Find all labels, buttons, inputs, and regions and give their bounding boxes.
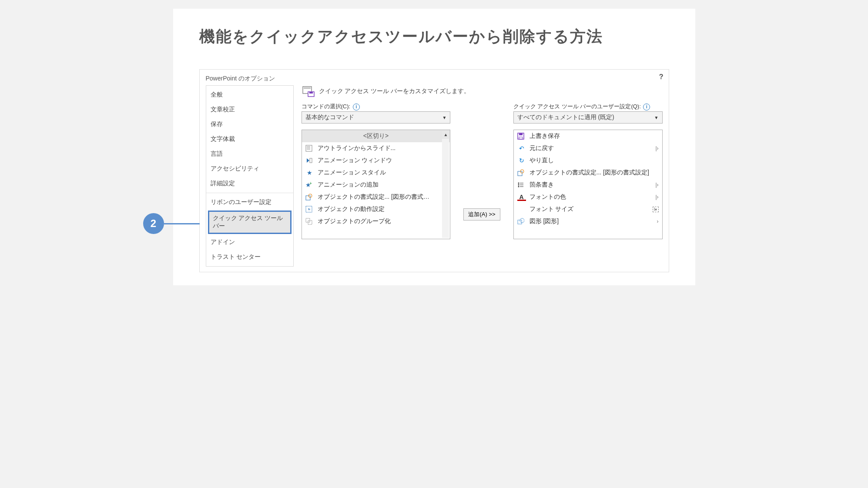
qat-item-save[interactable]: 上書き保存 <box>514 130 662 142</box>
shapes-icon <box>517 218 526 225</box>
sidebar-item-trust-center[interactable]: トラスト センター <box>206 250 293 264</box>
font-color-icon: A <box>517 194 526 201</box>
list-item-format-object[interactable]: オブジェクトの書式設定... [図形の書式… <box>302 191 450 203</box>
redo-icon: ↻ <box>517 157 526 164</box>
list-item-animation-pane[interactable]: アニメーション ウィンドウ <box>302 154 450 167</box>
list-item-label: アニメーションの追加 <box>318 181 442 189</box>
split-indicator-icon: |› <box>655 145 658 151</box>
list-item-label: 上書き保存 <box>530 132 659 140</box>
options-main: クイック アクセス ツール バーをカスタマイズします。 コマンドの選択(C): … <box>302 85 663 239</box>
scroll-up-icon[interactable]: ▲ <box>442 131 449 138</box>
list-item-label: アウトラインからスライド... <box>318 144 447 152</box>
sidebar-item-addins[interactable]: アドイン <box>206 235 293 250</box>
info-icon[interactable]: i <box>353 104 360 110</box>
separator-label: <区切り> <box>305 132 447 140</box>
choose-commands-dropdown[interactable]: 基本的なコマンド ▼ <box>302 111 451 124</box>
svg-rect-3 <box>309 92 313 94</box>
format-icon <box>517 169 526 176</box>
qat-customize-label: クイック アクセス ツール バーをカスタマイズします。 <box>319 87 470 95</box>
combo-indicator-icon: I▾ <box>653 206 659 212</box>
list-item-label: 元に戻す <box>530 144 652 152</box>
sidebar-item-advanced[interactable]: 詳細設定 <box>206 176 293 191</box>
list-item-label: オブジェクトの動作設定 <box>318 205 447 213</box>
sidebar-item-accessibility[interactable]: アクセシビリティ <box>206 161 293 176</box>
list-item-group-objects[interactable]: オブジェクトのグループ化 <box>302 215 450 227</box>
add-button-container: 追加(A) >> <box>463 208 500 221</box>
sidebar-item-general[interactable]: 全般 <box>206 87 293 102</box>
svg-point-25 <box>518 186 519 187</box>
qat-item-bullets[interactable]: 箇条書き |› <box>514 179 662 191</box>
qat-item-format-object[interactable]: オブジェクトの書式設定... [図形の書式設定] <box>514 167 662 179</box>
svg-point-21 <box>518 183 519 184</box>
chevron-down-icon: ▼ <box>442 115 447 120</box>
qat-item-redo[interactable]: ↻ やり直し <box>514 154 662 167</box>
page-title: 機能をクイックアクセスツールバーから削除する方法 <box>199 26 669 47</box>
svg-marker-13 <box>308 208 311 211</box>
qat-column: クイック アクセス ツール バーのユーザー設定(Q): i すべてのドキュメント… <box>513 103 663 239</box>
format-icon <box>305 194 314 201</box>
list-item-label: アニメーション スタイル <box>318 169 442 177</box>
list-item-label: オブジェクトの書式設定... [図形の書式設定] <box>530 169 659 177</box>
sidebar-item-language[interactable]: 言語 <box>206 147 293 161</box>
sidebar-item-ribbon[interactable]: リボンのユーザー設定 <box>206 195 293 210</box>
svg-rect-17 <box>519 133 523 135</box>
qat-item-undo[interactable]: ↶ 元に戻す |› <box>514 142 662 154</box>
sidebar-divider <box>206 193 293 193</box>
star-add-icon: ★+ <box>305 181 314 188</box>
save-icon <box>517 133 526 140</box>
available-commands-list[interactable]: ▲ <区切り> アウトラインからスライド... アニメー <box>302 130 451 239</box>
svg-rect-27 <box>518 220 522 224</box>
scroll-track[interactable] <box>442 139 449 238</box>
choose-commands-label: コマンドの選択(C): i <box>302 103 451 110</box>
svg-point-28 <box>520 218 524 223</box>
customize-qat-label: クイック アクセス ツール バーのユーザー設定(Q): i <box>513 103 663 110</box>
list-item-outline-from-slide[interactable]: アウトラインからスライド... <box>302 142 450 154</box>
list-item-label: フォントの色 <box>530 193 652 201</box>
qat-item-shapes[interactable]: 図形 [図形] › <box>514 215 662 227</box>
add-button[interactable]: 追加(A) >> <box>463 208 500 221</box>
svg-rect-4 <box>306 145 312 151</box>
choose-commands-label-text: コマンドの選択(C): <box>302 103 351 110</box>
list-item-add-animation[interactable]: ★+ アニメーションの追加 › <box>302 179 450 191</box>
qat-item-font-size[interactable]: フォント サイズ I▾ <box>514 203 662 215</box>
svg-marker-8 <box>307 158 309 163</box>
list-item-label: 箇条書き <box>530 181 652 189</box>
callout-number: 2 <box>143 213 164 234</box>
slide: 機能をクイックアクセスツールバーから削除する方法 2 PowerPoint のオ… <box>173 9 695 285</box>
chevron-right-icon: › <box>657 218 659 224</box>
sidebar-item-typography[interactable]: 文字体裁 <box>206 132 293 147</box>
svg-rect-1 <box>304 87 311 89</box>
qat-item-font-color[interactable]: A フォントの色 |› <box>514 191 662 203</box>
options-sidebar: 全般 文章校正 保存 文字体裁 言語 アクセシビリティ 詳細設定 リボンのユーザ… <box>206 85 294 267</box>
help-icon[interactable]: ? <box>659 73 664 81</box>
svg-rect-19 <box>518 171 522 176</box>
dialog-title: PowerPoint のオプション <box>206 75 663 83</box>
current-qat-list[interactable]: 上書き保存 ↶ 元に戻す |› ↻ やり直し <box>513 130 663 239</box>
split-indicator-icon: |› <box>655 194 658 200</box>
undo-icon: ↶ <box>517 145 526 152</box>
list-item-label: 図形 [図形] <box>530 217 654 225</box>
callout-marker: 2 <box>143 213 200 234</box>
callout-line <box>164 223 200 224</box>
list-item-separator[interactable]: <区切り> <box>302 130 450 142</box>
commands-column: コマンドの選択(C): i 基本的なコマンド ▼ ▲ <区切り> <box>302 103 451 239</box>
qat-scope-value: すべてのドキュメントに適用 (既定) <box>517 114 614 121</box>
sidebar-item-proofing[interactable]: 文章校正 <box>206 102 293 117</box>
svg-point-23 <box>518 184 519 186</box>
qat-scope-dropdown[interactable]: すべてのドキュメントに適用 (既定) ▼ <box>513 111 663 124</box>
group-icon <box>305 218 314 225</box>
list-item-label: やり直し <box>530 157 659 164</box>
customize-qat-label-text: クイック アクセス ツール バーのユーザー設定(Q): <box>513 103 641 110</box>
sidebar-item-quick-access[interactable]: クイック アクセス ツール バー <box>208 211 292 234</box>
list-item-animation-styles[interactable]: ★ アニメーション スタイル › <box>302 167 450 179</box>
split-indicator-icon: |› <box>655 182 658 188</box>
qat-icon <box>302 85 315 97</box>
outline-icon <box>305 145 314 152</box>
list-item-action-settings[interactable]: オブジェクトの動作設定 <box>302 203 450 215</box>
info-icon[interactable]: i <box>643 104 650 110</box>
svg-rect-9 <box>310 158 312 163</box>
svg-rect-10 <box>306 196 310 200</box>
sidebar-item-save[interactable]: 保存 <box>206 117 293 132</box>
star-icon: ★ <box>305 169 314 176</box>
action-icon <box>305 206 314 213</box>
